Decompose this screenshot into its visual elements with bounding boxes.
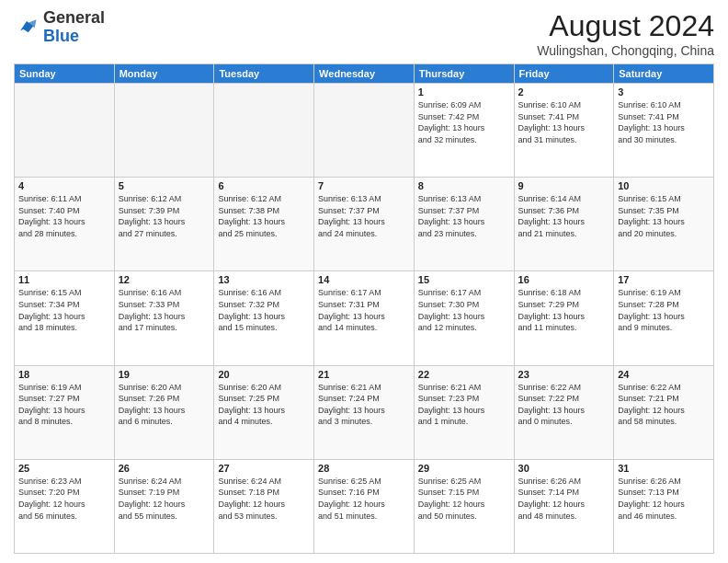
- day-number: 4: [18, 180, 110, 191]
- day-number: 17: [618, 274, 710, 285]
- day-number: 10: [618, 180, 710, 191]
- day-info: Sunrise: 6:10 AMSunset: 7:41 PMDaylight:…: [518, 99, 610, 145]
- day-number: 7: [318, 180, 410, 191]
- day-info: Sunrise: 6:25 AMSunset: 7:16 PMDaylight:…: [318, 476, 410, 522]
- month-year: August 2024: [537, 9, 714, 43]
- day-info: Sunrise: 6:24 AMSunset: 7:18 PMDaylight:…: [218, 476, 310, 522]
- day-number: 16: [518, 274, 610, 285]
- day-number: 22: [418, 369, 510, 380]
- logo: General Blue: [14, 9, 105, 46]
- calendar-cell: 11Sunrise: 6:15 AMSunset: 7:34 PMDayligh…: [15, 271, 115, 365]
- day-number: 23: [518, 369, 610, 380]
- weekday-header: Tuesday: [214, 64, 314, 84]
- day-info: Sunrise: 6:13 AMSunset: 7:37 PMDaylight:…: [418, 193, 510, 239]
- day-number: 11: [18, 274, 110, 285]
- header: General Blue August 2024 Wulingshan, Cho…: [14, 9, 714, 58]
- day-number: 14: [318, 274, 410, 285]
- calendar-cell: 22Sunrise: 6:21 AMSunset: 7:23 PMDayligh…: [414, 365, 514, 459]
- calendar-week-row: 4Sunrise: 6:11 AMSunset: 7:40 PMDaylight…: [15, 178, 714, 271]
- calendar-cell: 5Sunrise: 6:12 AMSunset: 7:39 PMDaylight…: [114, 178, 214, 271]
- day-info: Sunrise: 6:12 AMSunset: 7:38 PMDaylight:…: [218, 193, 310, 239]
- calendar-cell: 4Sunrise: 6:11 AMSunset: 7:40 PMDaylight…: [15, 178, 115, 271]
- title-block: August 2024 Wulingshan, Chongqing, China: [537, 9, 714, 58]
- day-number: 15: [418, 274, 510, 285]
- day-number: 28: [318, 463, 410, 474]
- calendar-cell: 24Sunrise: 6:22 AMSunset: 7:21 PMDayligh…: [614, 365, 714, 459]
- calendar-cell: 17Sunrise: 6:19 AMSunset: 7:28 PMDayligh…: [614, 271, 714, 365]
- calendar-cell: 18Sunrise: 6:19 AMSunset: 7:27 PMDayligh…: [15, 365, 115, 459]
- day-info: Sunrise: 6:10 AMSunset: 7:41 PMDaylight:…: [618, 99, 710, 145]
- day-number: 1: [418, 86, 510, 98]
- calendar-cell: 23Sunrise: 6:22 AMSunset: 7:22 PMDayligh…: [514, 365, 614, 459]
- day-info: Sunrise: 6:14 AMSunset: 7:36 PMDaylight:…: [518, 193, 610, 239]
- calendar-cell: [314, 84, 415, 178]
- day-number: 18: [18, 369, 110, 380]
- day-info: Sunrise: 6:12 AMSunset: 7:39 PMDaylight:…: [119, 193, 210, 239]
- weekday-header: Sunday: [15, 64, 115, 84]
- calendar-cell: 19Sunrise: 6:20 AMSunset: 7:26 PMDayligh…: [114, 365, 214, 459]
- weekday-header: Wednesday: [314, 64, 415, 84]
- logo-general: General: [43, 8, 105, 27]
- calendar-week-row: 18Sunrise: 6:19 AMSunset: 7:27 PMDayligh…: [15, 365, 714, 459]
- calendar-cell: 28Sunrise: 6:25 AMSunset: 7:16 PMDayligh…: [314, 459, 415, 553]
- day-info: Sunrise: 6:20 AMSunset: 7:25 PMDaylight:…: [218, 382, 310, 428]
- calendar-week-row: 1Sunrise: 6:09 AMSunset: 7:42 PMDaylight…: [15, 84, 714, 178]
- calendar-cell: 30Sunrise: 6:26 AMSunset: 7:14 PMDayligh…: [514, 459, 614, 553]
- day-info: Sunrise: 6:17 AMSunset: 7:30 PMDaylight:…: [418, 287, 510, 333]
- day-info: Sunrise: 6:22 AMSunset: 7:21 PMDaylight:…: [618, 382, 710, 428]
- logo-text: General Blue: [43, 9, 105, 46]
- calendar-week-row: 11Sunrise: 6:15 AMSunset: 7:34 PMDayligh…: [15, 271, 714, 365]
- calendar-cell: 1Sunrise: 6:09 AMSunset: 7:42 PMDaylight…: [414, 84, 514, 178]
- day-number: 21: [318, 369, 410, 380]
- calendar-header-row: SundayMondayTuesdayWednesdayThursdayFrid…: [15, 64, 714, 84]
- day-number: 2: [518, 86, 610, 98]
- weekday-header: Saturday: [614, 64, 714, 84]
- day-info: Sunrise: 6:26 AMSunset: 7:13 PMDaylight:…: [618, 476, 710, 522]
- calendar-cell: 21Sunrise: 6:21 AMSunset: 7:24 PMDayligh…: [314, 365, 415, 459]
- calendar-cell: [214, 84, 314, 178]
- calendar-cell: 12Sunrise: 6:16 AMSunset: 7:33 PMDayligh…: [114, 271, 214, 365]
- calendar-cell: 10Sunrise: 6:15 AMSunset: 7:35 PMDayligh…: [614, 178, 714, 271]
- day-info: Sunrise: 6:18 AMSunset: 7:29 PMDaylight:…: [518, 287, 610, 333]
- day-info: Sunrise: 6:15 AMSunset: 7:35 PMDaylight:…: [618, 193, 710, 239]
- day-info: Sunrise: 6:22 AMSunset: 7:22 PMDaylight:…: [518, 382, 610, 428]
- day-info: Sunrise: 6:26 AMSunset: 7:14 PMDaylight:…: [518, 476, 610, 522]
- day-number: 27: [218, 463, 310, 474]
- day-number: 13: [218, 274, 310, 285]
- day-info: Sunrise: 6:13 AMSunset: 7:37 PMDaylight:…: [318, 193, 410, 239]
- calendar-cell: 2Sunrise: 6:10 AMSunset: 7:41 PMDaylight…: [514, 84, 614, 178]
- calendar-cell: 29Sunrise: 6:25 AMSunset: 7:15 PMDayligh…: [414, 459, 514, 553]
- day-info: Sunrise: 6:21 AMSunset: 7:23 PMDaylight:…: [418, 382, 510, 428]
- logo-bird-icon: [14, 15, 40, 40]
- weekday-header: Thursday: [414, 64, 514, 84]
- calendar: SundayMondayTuesdayWednesdayThursdayFrid…: [14, 63, 714, 554]
- day-number: 9: [518, 180, 610, 191]
- day-info: Sunrise: 6:11 AMSunset: 7:40 PMDaylight:…: [18, 193, 110, 239]
- day-info: Sunrise: 6:25 AMSunset: 7:15 PMDaylight:…: [418, 476, 510, 522]
- day-number: 24: [618, 369, 710, 380]
- day-number: 19: [119, 369, 210, 380]
- weekday-header: Friday: [514, 64, 614, 84]
- calendar-cell: 25Sunrise: 6:23 AMSunset: 7:20 PMDayligh…: [15, 459, 115, 553]
- calendar-cell: 13Sunrise: 6:16 AMSunset: 7:32 PMDayligh…: [214, 271, 314, 365]
- weekday-header: Monday: [114, 64, 214, 84]
- day-info: Sunrise: 6:17 AMSunset: 7:31 PMDaylight:…: [318, 287, 410, 333]
- calendar-cell: 14Sunrise: 6:17 AMSunset: 7:31 PMDayligh…: [314, 271, 415, 365]
- location: Wulingshan, Chongqing, China: [537, 43, 714, 58]
- calendar-cell: 9Sunrise: 6:14 AMSunset: 7:36 PMDaylight…: [514, 178, 614, 271]
- day-number: 3: [618, 86, 710, 98]
- day-info: Sunrise: 6:09 AMSunset: 7:42 PMDaylight:…: [418, 99, 510, 145]
- calendar-cell: 7Sunrise: 6:13 AMSunset: 7:37 PMDaylight…: [314, 178, 415, 271]
- day-number: 5: [119, 180, 210, 191]
- calendar-cell: [15, 84, 115, 178]
- day-number: 26: [119, 463, 210, 474]
- day-info: Sunrise: 6:19 AMSunset: 7:27 PMDaylight:…: [18, 382, 110, 428]
- calendar-cell: 31Sunrise: 6:26 AMSunset: 7:13 PMDayligh…: [614, 459, 714, 553]
- calendar-cell: 16Sunrise: 6:18 AMSunset: 7:29 PMDayligh…: [514, 271, 614, 365]
- calendar-cell: 3Sunrise: 6:10 AMSunset: 7:41 PMDaylight…: [614, 84, 714, 178]
- day-number: 20: [218, 369, 310, 380]
- day-info: Sunrise: 6:23 AMSunset: 7:20 PMDaylight:…: [18, 476, 110, 522]
- day-number: 25: [18, 463, 110, 474]
- day-info: Sunrise: 6:20 AMSunset: 7:26 PMDaylight:…: [119, 382, 210, 428]
- day-number: 31: [618, 463, 710, 474]
